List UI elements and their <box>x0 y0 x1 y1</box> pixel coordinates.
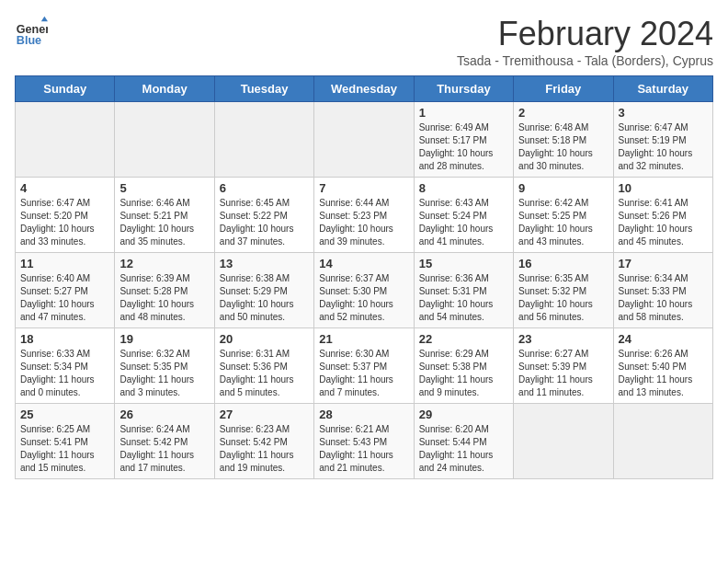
day-header-tuesday: Tuesday <box>214 76 313 102</box>
day-number: 6 <box>220 181 309 195</box>
day-number: 27 <box>220 408 309 421</box>
calendar-title: February 2024 <box>457 15 713 53</box>
day-number: 25 <box>20 408 109 421</box>
day-info: Sunrise: 6:31 AM Sunset: 5:36 PM Dayligh… <box>220 348 309 399</box>
day-number: 23 <box>518 332 608 346</box>
calendar-cell: 29Sunrise: 6:20 AM Sunset: 5:44 PM Dayli… <box>414 404 513 479</box>
day-header-monday: Monday <box>115 76 214 102</box>
day-header-sunday: Sunday <box>16 76 115 102</box>
calendar-cell: 25Sunrise: 6:25 AM Sunset: 5:41 PM Dayli… <box>16 404 115 479</box>
calendar-cell: 28Sunrise: 6:21 AM Sunset: 5:43 PM Dayli… <box>314 404 414 479</box>
calendar-cell: 23Sunrise: 6:27 AM Sunset: 5:39 PM Dayli… <box>514 328 613 404</box>
day-header-wednesday: Wednesday <box>314 76 414 102</box>
day-number: 19 <box>119 332 209 346</box>
calendar-cell: 24Sunrise: 6:26 AM Sunset: 5:40 PM Dayli… <box>613 328 712 404</box>
day-info: Sunrise: 6:25 AM Sunset: 5:41 PM Dayligh… <box>20 423 109 475</box>
svg-marker-2 <box>41 17 48 21</box>
day-info: Sunrise: 6:45 AM Sunset: 5:22 PM Dayligh… <box>220 197 309 248</box>
calendar-cell: 15Sunrise: 6:36 AM Sunset: 5:31 PM Dayli… <box>414 253 513 328</box>
day-info: Sunrise: 6:38 AM Sunset: 5:29 PM Dayligh… <box>220 272 309 324</box>
day-number: 26 <box>119 408 209 421</box>
day-number: 28 <box>319 408 408 421</box>
calendar-cell: 18Sunrise: 6:33 AM Sunset: 5:34 PM Dayli… <box>16 328 115 404</box>
calendar-cell <box>16 102 115 178</box>
day-number: 2 <box>518 106 608 120</box>
day-number: 21 <box>319 332 408 346</box>
day-number: 13 <box>220 257 309 270</box>
day-info: Sunrise: 6:40 AM Sunset: 5:27 PM Dayligh… <box>20 272 109 324</box>
day-info: Sunrise: 6:34 AM Sunset: 5:33 PM Dayligh… <box>619 272 708 324</box>
calendar-cell: 20Sunrise: 6:31 AM Sunset: 5:36 PM Dayli… <box>214 328 313 404</box>
day-info: Sunrise: 6:48 AM Sunset: 5:18 PM Dayligh… <box>518 121 608 173</box>
calendar-cell: 3Sunrise: 6:47 AM Sunset: 5:19 PM Daylig… <box>613 102 712 178</box>
calendar-cell: 2Sunrise: 6:48 AM Sunset: 5:18 PM Daylig… <box>514 102 613 178</box>
calendar-cell: 13Sunrise: 6:38 AM Sunset: 5:29 PM Dayli… <box>214 253 313 328</box>
calendar-cell <box>514 404 613 479</box>
calendar-week-row: 11Sunrise: 6:40 AM Sunset: 5:27 PM Dayli… <box>16 253 713 328</box>
calendar-cell <box>613 404 712 479</box>
day-info: Sunrise: 6:33 AM Sunset: 5:34 PM Dayligh… <box>20 348 109 399</box>
svg-text:Blue: Blue <box>17 34 41 47</box>
day-info: Sunrise: 6:47 AM Sunset: 5:20 PM Dayligh… <box>20 197 109 248</box>
calendar-cell: 22Sunrise: 6:29 AM Sunset: 5:38 PM Dayli… <box>414 328 513 404</box>
day-info: Sunrise: 6:42 AM Sunset: 5:25 PM Dayligh… <box>518 197 608 248</box>
day-number: 22 <box>419 332 508 346</box>
calendar-header-row: SundayMondayTuesdayWednesdayThursdayFrid… <box>16 76 713 102</box>
day-info: Sunrise: 6:46 AM Sunset: 5:21 PM Dayligh… <box>119 197 209 248</box>
calendar-cell: 6Sunrise: 6:45 AM Sunset: 5:22 PM Daylig… <box>214 178 313 253</box>
calendar-cell: 14Sunrise: 6:37 AM Sunset: 5:30 PM Dayli… <box>314 253 414 328</box>
day-info: Sunrise: 6:35 AM Sunset: 5:32 PM Dayligh… <box>518 272 608 324</box>
day-number: 20 <box>220 332 309 346</box>
day-number: 17 <box>619 257 708 270</box>
day-info: Sunrise: 6:43 AM Sunset: 5:24 PM Dayligh… <box>419 197 508 248</box>
day-number: 18 <box>20 332 109 346</box>
day-info: Sunrise: 6:39 AM Sunset: 5:28 PM Dayligh… <box>119 272 209 324</box>
calendar-cell: 4Sunrise: 6:47 AM Sunset: 5:20 PM Daylig… <box>16 178 115 253</box>
calendar-cell: 9Sunrise: 6:42 AM Sunset: 5:25 PM Daylig… <box>514 178 613 253</box>
calendar-cell: 10Sunrise: 6:41 AM Sunset: 5:26 PM Dayli… <box>613 178 712 253</box>
day-header-thursday: Thursday <box>414 76 513 102</box>
day-info: Sunrise: 6:44 AM Sunset: 5:23 PM Dayligh… <box>319 197 408 248</box>
day-number: 7 <box>319 181 408 195</box>
day-number: 29 <box>419 408 508 421</box>
day-number: 3 <box>619 106 708 120</box>
calendar-cell: 11Sunrise: 6:40 AM Sunset: 5:27 PM Dayli… <box>16 253 115 328</box>
day-info: Sunrise: 6:36 AM Sunset: 5:31 PM Dayligh… <box>419 272 508 324</box>
day-number: 16 <box>518 257 608 270</box>
calendar-table: SundayMondayTuesdayWednesdayThursdayFrid… <box>15 75 713 479</box>
day-number: 8 <box>419 181 508 195</box>
logo-icon: General Blue <box>15 15 48 48</box>
page-header: General Blue February 2024 Tsada - Tremi… <box>15 15 713 68</box>
logo: General Blue <box>15 15 48 48</box>
day-info: Sunrise: 6:21 AM Sunset: 5:43 PM Dayligh… <box>319 423 408 475</box>
calendar-cell: 16Sunrise: 6:35 AM Sunset: 5:32 PM Dayli… <box>514 253 613 328</box>
day-info: Sunrise: 6:29 AM Sunset: 5:38 PM Dayligh… <box>419 348 508 399</box>
day-number: 11 <box>20 257 109 270</box>
day-number: 5 <box>119 181 209 195</box>
title-area: February 2024 Tsada - Tremithousa - Tala… <box>457 15 713 68</box>
day-info: Sunrise: 6:27 AM Sunset: 5:39 PM Dayligh… <box>518 348 608 399</box>
calendar-cell: 12Sunrise: 6:39 AM Sunset: 5:28 PM Dayli… <box>115 253 214 328</box>
day-info: Sunrise: 6:26 AM Sunset: 5:40 PM Dayligh… <box>619 348 708 399</box>
day-number: 14 <box>319 257 408 270</box>
calendar-cell: 7Sunrise: 6:44 AM Sunset: 5:23 PM Daylig… <box>314 178 414 253</box>
calendar-cell: 26Sunrise: 6:24 AM Sunset: 5:42 PM Dayli… <box>115 404 214 479</box>
calendar-week-row: 25Sunrise: 6:25 AM Sunset: 5:41 PM Dayli… <box>16 404 713 479</box>
day-info: Sunrise: 6:30 AM Sunset: 5:37 PM Dayligh… <box>319 348 408 399</box>
calendar-cell <box>214 102 313 178</box>
day-number: 15 <box>419 257 508 270</box>
day-info: Sunrise: 6:32 AM Sunset: 5:35 PM Dayligh… <box>119 348 209 399</box>
calendar-week-row: 1Sunrise: 6:49 AM Sunset: 5:17 PM Daylig… <box>16 102 713 178</box>
calendar-subtitle: Tsada - Tremithousa - Tala (Borders), Cy… <box>457 53 713 68</box>
day-info: Sunrise: 6:41 AM Sunset: 5:26 PM Dayligh… <box>619 197 708 248</box>
day-info: Sunrise: 6:24 AM Sunset: 5:42 PM Dayligh… <box>119 423 209 475</box>
calendar-week-row: 18Sunrise: 6:33 AM Sunset: 5:34 PM Dayli… <box>16 328 713 404</box>
day-header-saturday: Saturday <box>613 76 712 102</box>
calendar-cell: 8Sunrise: 6:43 AM Sunset: 5:24 PM Daylig… <box>414 178 513 253</box>
calendar-cell: 19Sunrise: 6:32 AM Sunset: 5:35 PM Dayli… <box>115 328 214 404</box>
day-info: Sunrise: 6:20 AM Sunset: 5:44 PM Dayligh… <box>419 423 508 475</box>
calendar-cell: 17Sunrise: 6:34 AM Sunset: 5:33 PM Dayli… <box>613 253 712 328</box>
day-number: 1 <box>419 106 508 120</box>
calendar-cell <box>314 102 414 178</box>
day-info: Sunrise: 6:37 AM Sunset: 5:30 PM Dayligh… <box>319 272 408 324</box>
